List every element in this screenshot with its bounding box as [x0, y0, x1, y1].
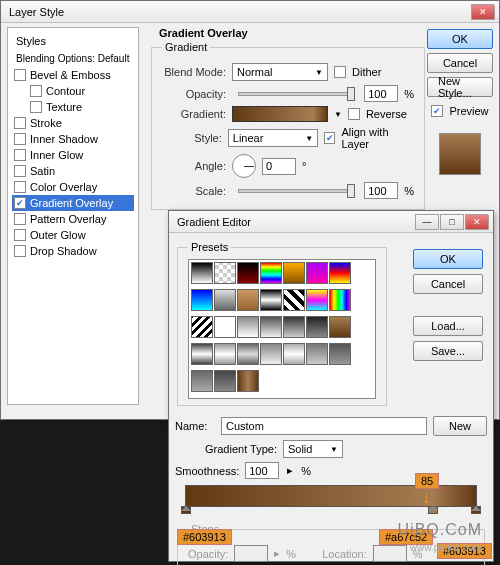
preset-swatch[interactable]: [329, 316, 351, 338]
layer-style-buttons: OK Cancel New Style... ✔ Preview: [427, 29, 493, 183]
pct-label: %: [404, 88, 414, 100]
name-input[interactable]: Custom: [221, 417, 427, 435]
align-label: Align with Layer: [341, 126, 414, 150]
gradient-editor-titlebar[interactable]: Gradient Editor — □ ✕: [169, 211, 493, 233]
checkbox-icon[interactable]: [14, 165, 26, 177]
watermark-sub: www.psahz.com: [410, 542, 482, 553]
cancel-button[interactable]: Cancel: [427, 53, 493, 73]
chevron-right-icon[interactable]: ▸: [285, 464, 295, 477]
angle-dial[interactable]: [232, 154, 256, 178]
minimize-icon[interactable]: —: [415, 214, 439, 230]
angle-input[interactable]: 0: [262, 158, 296, 175]
align-checkbox[interactable]: ✔: [324, 132, 335, 144]
preset-swatch[interactable]: [237, 262, 259, 284]
style-item[interactable]: Contour: [12, 83, 134, 99]
preset-swatch[interactable]: [191, 289, 213, 311]
checkbox-icon[interactable]: [14, 213, 26, 225]
preset-swatch[interactable]: [214, 262, 236, 284]
style-item[interactable]: Color Overlay: [12, 179, 134, 195]
checkbox-icon[interactable]: [14, 245, 26, 257]
preset-swatch[interactable]: [329, 343, 351, 365]
gradient-swatch[interactable]: [232, 106, 328, 122]
scale-input[interactable]: 100: [364, 182, 398, 199]
style-item[interactable]: Outer Glow: [12, 227, 134, 243]
preset-swatch[interactable]: [214, 370, 236, 392]
preset-swatch[interactable]: [214, 316, 236, 338]
preset-swatch[interactable]: [283, 262, 305, 284]
ge-cancel-button[interactable]: Cancel: [413, 274, 483, 294]
checkbox-icon[interactable]: [30, 101, 42, 113]
preset-swatch[interactable]: [260, 343, 282, 365]
preset-swatch[interactable]: [191, 343, 213, 365]
preset-swatch[interactable]: [214, 343, 236, 365]
reverse-label: Reverse: [366, 108, 407, 120]
checkbox-icon[interactable]: [14, 149, 26, 161]
blend-mode-dropdown[interactable]: Normal▼: [232, 63, 328, 81]
checkbox-icon[interactable]: [14, 181, 26, 193]
preset-swatch[interactable]: [260, 289, 282, 311]
save-button[interactable]: Save...: [413, 341, 483, 361]
preset-swatch[interactable]: [306, 343, 328, 365]
ok-button[interactable]: OK: [427, 29, 493, 49]
style-item[interactable]: Satin: [12, 163, 134, 179]
new-button[interactable]: New: [433, 416, 487, 436]
preset-swatch[interactable]: [260, 262, 282, 284]
preset-swatch[interactable]: [329, 289, 351, 311]
preset-swatch[interactable]: [191, 370, 213, 392]
checkbox-icon[interactable]: [30, 85, 42, 97]
preset-swatch[interactable]: [283, 343, 305, 365]
preset-swatch[interactable]: [237, 316, 259, 338]
color-stop[interactable]: [471, 506, 481, 518]
preset-swatch[interactable]: [191, 262, 213, 284]
style-item[interactable]: Inner Glow: [12, 147, 134, 163]
preset-swatch[interactable]: [260, 316, 282, 338]
style-dropdown[interactable]: Linear▼: [228, 129, 318, 147]
style-item[interactable]: Texture: [12, 99, 134, 115]
styles-header[interactable]: Styles: [12, 32, 134, 50]
scale-slider[interactable]: [238, 189, 352, 193]
preset-swatch[interactable]: [306, 262, 328, 284]
reverse-checkbox[interactable]: [348, 108, 360, 120]
style-item[interactable]: ✔Gradient Overlay: [12, 195, 134, 211]
checkbox-icon[interactable]: ✔: [14, 197, 26, 209]
preset-swatch[interactable]: [283, 289, 305, 311]
blending-options-default[interactable]: Blending Options: Default: [12, 50, 134, 67]
preset-swatch[interactable]: [237, 370, 259, 392]
opacity-input[interactable]: 100: [364, 85, 398, 102]
ge-ok-button[interactable]: OK: [413, 249, 483, 269]
checkbox-icon[interactable]: [14, 117, 26, 129]
maximize-icon[interactable]: □: [440, 214, 464, 230]
preset-swatch[interactable]: [214, 289, 236, 311]
checkbox-icon[interactable]: [14, 69, 26, 81]
style-item[interactable]: Pattern Overlay: [12, 211, 134, 227]
dither-checkbox[interactable]: [334, 66, 346, 78]
style-item[interactable]: Drop Shadow: [12, 243, 134, 259]
scale-label: Scale:: [162, 185, 226, 197]
preset-swatch[interactable]: [191, 316, 213, 338]
preset-swatch[interactable]: [283, 316, 305, 338]
preview-label: Preview: [449, 105, 488, 117]
style-item[interactable]: Stroke: [12, 115, 134, 131]
gradient-type-dropdown[interactable]: Solid▼: [283, 440, 343, 458]
preset-swatch[interactable]: [237, 343, 259, 365]
new-style-button[interactable]: New Style...: [427, 77, 493, 97]
load-button[interactable]: Load...: [413, 316, 483, 336]
opacity-slider[interactable]: [238, 92, 352, 96]
close-icon[interactable]: ✕: [465, 214, 489, 230]
preview-checkbox[interactable]: ✔: [431, 105, 443, 117]
presets-grid[interactable]: [188, 259, 376, 399]
style-item[interactable]: Inner Shadow: [12, 131, 134, 147]
color-stop[interactable]: [181, 506, 191, 518]
close-icon[interactable]: ✕: [471, 4, 495, 20]
smoothness-input[interactable]: 100: [245, 462, 279, 479]
preset-swatch[interactable]: [306, 289, 328, 311]
chevron-down-icon[interactable]: ▼: [334, 110, 342, 119]
preset-swatch[interactable]: [329, 262, 351, 284]
style-item[interactable]: Bevel & Emboss: [12, 67, 134, 83]
checkbox-icon[interactable]: [14, 229, 26, 241]
smoothness-label: Smoothness:: [175, 465, 239, 477]
checkbox-icon[interactable]: [14, 133, 26, 145]
preset-swatch[interactable]: [237, 289, 259, 311]
layer-style-titlebar[interactable]: Layer Style ✕: [1, 1, 499, 23]
preset-swatch[interactable]: [306, 316, 328, 338]
